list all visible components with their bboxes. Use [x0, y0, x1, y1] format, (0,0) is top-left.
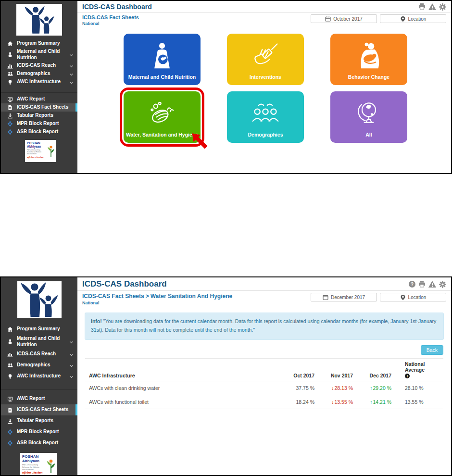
sidebar-item-demographics[interactable]: Demographics	[1, 360, 77, 371]
block-report-icon	[7, 129, 13, 135]
month-button-label: October 2017	[333, 16, 363, 22]
tile-label: Behavior Change	[348, 75, 389, 85]
poshan-abhiyaan-logo: POSHAN Abhiyaan PM's Overarching Scheme …	[25, 140, 56, 162]
month-button-label: December 2017	[331, 295, 365, 300]
column-header-oct-2017: Oct 2017	[278, 358, 316, 381]
sidebar-item-demographics[interactable]: Demographics	[1, 70, 77, 78]
poshan-hindi-slogan: सही पोषण - देश रोशन	[27, 156, 46, 159]
month-select-button[interactable]: December 2017	[311, 293, 377, 301]
main-content: ICDS-CAS Dashboard ICDS-CAS Fact Sheets …	[77, 1, 451, 173]
row-label: AWCs with functional toilet	[85, 395, 278, 409]
sidebar-item-program-summary[interactable]: Program Summary	[1, 39, 77, 48]
gear-icon[interactable]	[439, 3, 446, 11]
syringe-hand-icon	[251, 34, 280, 75]
subheader: ICDS-CAS Fact Sheets>Water Sanitation An…	[77, 291, 451, 306]
tile-interventions[interactable]: Interventions	[227, 34, 304, 85]
location-level: National	[82, 301, 232, 305]
location-select-button[interactable]: Location	[380, 293, 446, 301]
block-report-icon	[7, 440, 13, 446]
sidebar-item-tabular-reports[interactable]: Tabular Reports	[1, 112, 77, 120]
tile-label: Water, Sanitation and Hygiene	[126, 132, 198, 143]
warning-icon[interactable]	[428, 281, 436, 288]
sidebar-item-awc-infrastructure[interactable]: AWC Infrastructure	[1, 371, 77, 382]
bar-chart-icon	[7, 351, 13, 357]
sidebar-item-label: Tabular Reports	[17, 418, 74, 424]
block-report-icon	[7, 429, 13, 435]
sidebar-item-tabular-reports[interactable]: Tabular Reports	[1, 415, 77, 426]
national-average-label: National Average	[405, 361, 441, 373]
info-icon[interactable]: i	[405, 374, 410, 378]
sidebar-item-icds-cas-reach[interactable]: ICDS-CAS Reach	[1, 349, 77, 360]
sidebar-item-awc-infrastructure[interactable]: AWC Infrastructure	[1, 78, 77, 86]
panel-gap	[0, 174, 452, 276]
sidebar-item-label: Program Summary	[17, 326, 74, 332]
tile-behavior-change[interactable]: Behavior Change	[330, 34, 407, 85]
tile-all[interactable]: All	[330, 91, 407, 143]
breadcrumb: ICDS-CAS Fact Sheets>Water Sanitation An…	[82, 293, 232, 300]
decrease-arrow-icon: ↓	[331, 399, 334, 405]
print-icon[interactable]	[418, 281, 426, 288]
header-buttons: October 2017 Location	[311, 14, 446, 23]
file-icon	[7, 407, 13, 413]
increase-arrow-icon: ↑	[370, 385, 372, 391]
print-icon[interactable]	[418, 3, 426, 10]
report-icon	[7, 97, 13, 102]
header-icons	[418, 3, 446, 11]
sidebar-item-label: Tabular Reports	[17, 113, 74, 119]
sidebar-item-icds-cas-fact-sheets[interactable]: ICDS-CAS Fact Sheets	[1, 103, 77, 112]
breastfeeding-icon	[354, 34, 383, 75]
table-header-row: AWC Infrastructure Oct 2017 Nov 2017 Dec…	[85, 358, 443, 381]
info-alert: Info! "You are downloading data for the …	[85, 313, 444, 340]
value-national-average: 13.55 %	[393, 395, 443, 409]
gear-icon[interactable]	[439, 281, 446, 288]
breadcrumb-root[interactable]: ICDS-CAS Fact Sheets	[82, 293, 144, 300]
sidebar-item-asr-block-report[interactable]: ASR Block Report	[1, 128, 77, 136]
sidebar-item-maternal-child-nutrition[interactable]: Maternal and Child Nutrition	[1, 48, 77, 62]
sidebar-item-awc-report[interactable]: AWC Report	[1, 393, 77, 404]
sidebar-item-label: MPR Block Report	[17, 121, 74, 127]
page-title: ICDS-CAS Dashboard	[82, 3, 152, 11]
titlebar: ICDS-CAS Dashboard	[77, 1, 451, 13]
sidebar-item-icds-cas-fact-sheets[interactable]: ICDS-CAS Fact Sheets	[1, 404, 77, 415]
person-icon	[7, 52, 13, 58]
sidebar-item-mpr-block-report[interactable]: MPR Block Report	[1, 426, 77, 438]
poshan-text: POSHAN Abhiyaan PM's Overarching Scheme …	[27, 141, 46, 161]
report-icon	[7, 396, 13, 402]
value-national-average: 28.10 %	[393, 381, 443, 395]
tile-maternal-and-child-nutrition[interactable]: Maternal and Child Nutrition	[124, 34, 201, 85]
lightbulb-icon	[7, 374, 13, 379]
sidebar-item-program-summary[interactable]: Program Summary	[1, 324, 77, 335]
chevron-down-icon	[70, 340, 73, 343]
globe-icon	[355, 91, 382, 132]
breadcrumb[interactable]: ICDS-CAS Fact Sheets	[82, 14, 139, 20]
sidebar-item-awc-report[interactable]: AWC Report	[1, 95, 77, 103]
sidebar-item-label: AWC Report	[17, 96, 74, 102]
map-marker-icon	[400, 16, 406, 22]
value-nov-text: 28.13 %	[334, 385, 353, 391]
location-button-label: Location	[408, 16, 427, 22]
subheader: ICDS-CAS Fact Sheets National October 20…	[77, 13, 451, 27]
people-group-icon	[251, 91, 280, 132]
sidebar-item-label: ASR Block Report	[17, 129, 74, 135]
location-select-button[interactable]: Location	[380, 14, 446, 23]
help-icon[interactable]: ?	[409, 281, 415, 288]
sidebar-item-maternal-child-nutrition[interactable]: Maternal and Child Nutrition	[1, 335, 77, 349]
value-oct: 37.75 %	[278, 381, 316, 395]
sidebar-item-asr-block-report[interactable]: ASR Block Report	[1, 438, 77, 449]
breadcrumb-block: ICDS-CAS Fact Sheets>Water Sanitation An…	[82, 293, 232, 305]
download-icon	[7, 113, 13, 119]
value-dec: ↑14.21 %	[355, 395, 393, 409]
month-select-button[interactable]: October 2017	[311, 14, 377, 23]
warning-icon[interactable]	[428, 3, 436, 10]
tile-demographics[interactable]: Demographics	[227, 91, 304, 143]
calendar-icon	[325, 16, 331, 22]
sidebar-item-mpr-block-report[interactable]: MPR Block Report	[1, 120, 77, 128]
breadcrumb-block: ICDS-CAS Fact Sheets National	[82, 14, 139, 26]
breadcrumb-separator-icon: >	[146, 293, 149, 300]
column-header-awc-infrastructure: AWC Infrastructure	[85, 358, 278, 381]
back-button[interactable]: Back	[421, 345, 443, 355]
sidebar-item-label: ICDS-CAS Fact Sheets	[17, 407, 72, 413]
value-nov: ↓28.13 %	[316, 381, 355, 395]
sidebar-item-icds-cas-reach[interactable]: ICDS-CAS Reach	[1, 62, 77, 70]
home-icon	[7, 326, 13, 332]
